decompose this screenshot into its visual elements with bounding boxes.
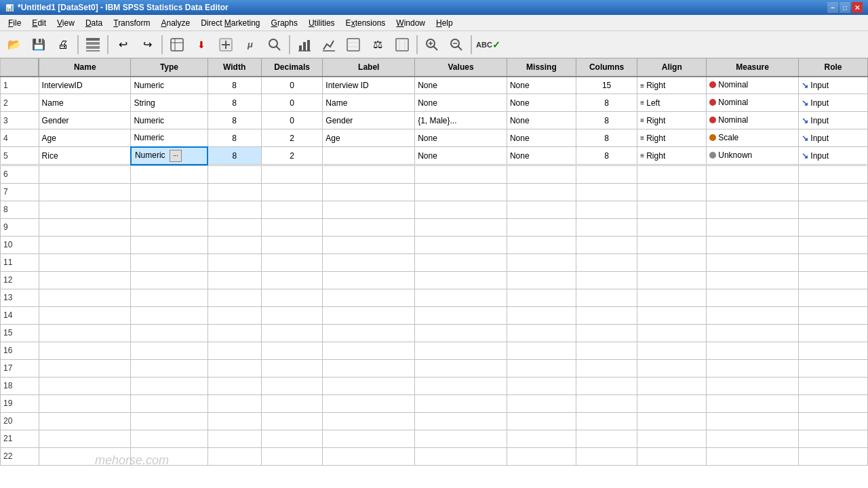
col-header-measure[interactable]: Measure [707,59,799,77]
cell-values[interactable]: None [415,77,507,94]
empty-cell[interactable] [208,165,261,183]
empty-cell[interactable] [576,236,637,253]
empty-cell[interactable] [39,271,131,289]
cell-label[interactable]: Name [323,94,415,112]
empty-cell[interactable] [261,394,323,412]
empty-cell[interactable] [208,271,261,289]
empty-cell[interactable] [208,183,261,201]
col-header-width[interactable]: Width [208,59,261,77]
cell-values[interactable]: None [415,129,507,147]
empty-cell[interactable] [507,377,576,394]
close-btn[interactable]: ✕ [852,2,863,13]
cell-align[interactable]: ≡ Right [637,147,707,165]
chart1-button[interactable] [293,34,316,56]
empty-cell[interactable] [39,306,131,324]
empty-cell[interactable] [576,271,637,289]
empty-cell[interactable] [208,412,261,430]
empty-cell[interactable] [507,412,576,430]
empty-cell[interactable] [39,447,131,465]
search2-button[interactable] [445,34,468,56]
empty-cell[interactable] [261,359,323,377]
empty-cell[interactable] [507,165,576,183]
variable-view-button[interactable] [81,34,104,56]
empty-cell[interactable] [707,218,799,236]
empty-cell[interactable] [576,359,637,377]
empty-cell[interactable] [323,236,415,253]
empty-cell[interactable] [707,271,799,289]
empty-cell[interactable] [507,201,576,218]
empty-cell[interactable] [323,359,415,377]
cell-align[interactable]: ≡ Right [637,129,707,147]
empty-cell[interactable] [415,183,507,201]
empty-cell[interactable] [131,342,208,359]
empty-cell[interactable] [323,394,415,412]
empty-cell[interactable] [637,201,707,218]
undo-button[interactable]: ↩ [111,34,134,56]
empty-cell[interactable] [131,271,208,289]
empty-cell[interactable] [507,271,576,289]
empty-cell[interactable] [799,430,868,447]
empty-cell[interactable] [707,289,799,306]
empty-cell[interactable] [707,359,799,377]
empty-cell[interactable] [799,447,868,465]
empty-cell[interactable] [39,165,131,183]
cell-role[interactable]: ↘ Input [799,129,868,147]
empty-cell[interactable] [415,236,507,253]
empty-cell[interactable] [637,394,707,412]
empty-cell[interactable] [323,253,415,271]
cell-columns[interactable]: 8 [576,147,637,165]
empty-cell[interactable] [507,253,576,271]
empty-cell[interactable] [707,183,799,201]
empty-cell[interactable] [39,218,131,236]
insert-variables-button[interactable] [214,34,237,56]
empty-cell[interactable] [637,324,707,342]
chart2-button[interactable] [317,34,340,56]
empty-cell[interactable] [39,359,131,377]
empty-cell[interactable] [507,306,576,324]
col-header-missing[interactable]: Missing [507,59,576,77]
empty-cell[interactable] [261,447,323,465]
cell-label[interactable]: Age [323,129,415,147]
empty-cell[interactable] [576,342,637,359]
empty-cell[interactable] [208,253,261,271]
menu-help[interactable]: Help [431,17,458,29]
empty-cell[interactable] [576,253,637,271]
cell-decimals[interactable]: 2 [261,147,323,165]
menu-direct-marketing[interactable]: Direct Marketing [195,17,265,29]
empty-cell[interactable] [415,201,507,218]
empty-cell[interactable] [637,342,707,359]
chart4-button[interactable] [391,34,414,56]
minimize-btn[interactable]: – [827,2,838,13]
empty-cell[interactable] [39,412,131,430]
empty-cell[interactable] [39,253,131,271]
empty-cell[interactable] [131,289,208,306]
goto-case-button[interactable] [165,34,189,56]
empty-cell[interactable] [323,324,415,342]
empty-cell[interactable] [799,306,868,324]
empty-cell[interactable] [637,165,707,183]
empty-cell[interactable] [507,324,576,342]
empty-cell[interactable] [323,201,415,218]
cell-name[interactable]: Gender [39,112,131,129]
empty-cell[interactable] [507,236,576,253]
empty-cell[interactable] [131,236,208,253]
empty-cell[interactable] [415,253,507,271]
empty-cell[interactable] [507,289,576,306]
empty-cell[interactable] [39,236,131,253]
empty-cell[interactable] [799,253,868,271]
cell-label[interactable]: Interview ID [323,77,415,94]
search1-button[interactable] [420,34,443,56]
menu-analyze[interactable]: Analyze [155,17,195,29]
empty-cell[interactable] [637,359,707,377]
empty-cell[interactable] [637,236,707,253]
empty-cell[interactable] [208,377,261,394]
col-header-align[interactable]: Align [637,59,707,77]
find-button[interactable] [263,34,286,56]
menu-transform[interactable]: Transform [108,17,155,29]
menu-edit[interactable]: Edit [26,17,52,29]
cell-values[interactable]: None [415,147,507,165]
empty-cell[interactable] [415,289,507,306]
empty-cell[interactable] [415,394,507,412]
empty-cell[interactable] [131,165,208,183]
empty-cell[interactable] [707,394,799,412]
